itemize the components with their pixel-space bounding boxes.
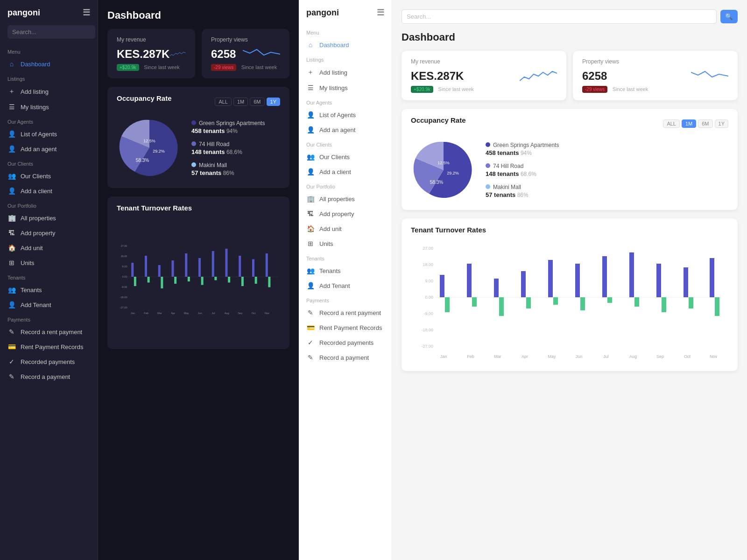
sidebar-item-our-clients[interactable]: 👥 Our Clients [0,168,98,183]
right-legend-item-3: Makini Mall 57 tenants 86% [486,184,559,198]
right-search-button[interactable]: 🔍 [720,10,738,23]
right-bar-neg-oct [689,297,693,308]
right-sidebar-all-properties[interactable]: 🏢 All properties [299,191,392,206]
right-sidebar-recorded[interactable]: ✓ Recorded payments [299,335,392,350]
right-sidebar-add-listing[interactable]: ＋ Add listing [299,64,392,80]
right-filter-1y[interactable]: 1Y [715,119,728,128]
right-record-rent-label: Record a rent payment [319,309,381,316]
sidebar-item-rent-records[interactable]: 💳 Rent Payment Records [0,339,98,354]
sidebar-item-add-agent[interactable]: 👤 Add an agent [0,141,98,156]
sidebar-item-add-property[interactable]: 🏗 Add property [0,225,98,240]
logo-text: pangoni [7,8,40,18]
right-x-jun: Jun [576,354,583,359]
sidebar-item-add-client[interactable]: 👤 Add a client [0,183,98,198]
left-hamburger[interactable]: ☰ [83,7,90,18]
right-recorded-label: Recorded payments [319,339,374,346]
sidebar-item-record-rent[interactable]: ✎ Record a rent payment [0,324,98,339]
sidebar-item-my-listings[interactable]: ☰ My listings [0,99,98,114]
bar-pos-may [185,253,187,277]
sidebar-item-all-properties[interactable]: 🏢 All properties [0,210,98,225]
sidebar-item-add-listing[interactable]: ＋ Add listing [0,84,98,99]
right-x-apr: Apr [521,354,528,359]
sidebar-item-add-unit[interactable]: 🏠 Add unit [0,240,98,255]
pie-label-3: 58.3% [136,158,149,163]
sidebar-item-record-payment[interactable]: ✎ Record a payment [0,369,98,384]
y-label-1: 27.00 [120,245,127,247]
right-filter-1m[interactable]: 1M [682,119,696,128]
right-sidebar-add-client[interactable]: 👤 Add a client [299,164,392,179]
tenants-icon: 👥 [7,286,16,294]
filter-1m[interactable]: 1M [233,98,248,106]
right-bar-pos-may [548,260,553,297]
right-sidebar-rent-records[interactable]: 💳 Rent Payment Records [299,320,392,335]
right-sidebar-our-clients[interactable]: 👥 Our Clients [299,149,392,164]
sidebar-item-tenants[interactable]: 👥 Tenants [0,282,98,297]
right-sidebar-tenants[interactable]: 👥 Tenants [299,263,392,278]
right-bar-pos-apr [521,271,526,297]
turnover-title: Tenant Turnover Rates [117,204,280,212]
right-our-clients-label: Our Clients [319,154,350,161]
left-search-input[interactable] [7,25,95,39]
right-sidebar-units[interactable]: ⊞ Units [299,236,392,251]
legend-name-3: Makini Mall [199,162,227,168]
right-sidebar-add-property[interactable]: 🏗 Add property [299,206,392,221]
x-aug: Aug [225,312,229,315]
add-listing-label: Add listing [21,88,49,95]
right-pie-label-1: 12.5% [437,161,450,165]
left-cards-row: My revenue KES.287K +$20.9k Since last w… [107,29,289,78]
sidebar-item-list-agents[interactable]: 👤 List of Agents [0,126,98,141]
sidebar-item-dashboard[interactable]: ⌂ Dashboard [0,56,98,71]
right-record-rent-icon: ✎ [306,309,315,316]
left-dashboard-title: Dashboard [107,9,289,21]
legend-item-3: Makini Mall 57 tenants 86% [191,162,265,176]
right-filter-all[interactable]: ALL [663,119,680,128]
right-y-3: 9.00 [425,279,433,283]
pv-value: 6258 [211,48,236,61]
filter-all[interactable]: ALL [215,98,232,106]
pie-label-1: 12.5% [143,139,155,143]
right-filter-6m[interactable]: 6M [698,119,712,128]
right-x-nov: Nov [710,354,718,359]
tenants-label: Tenants [21,287,42,294]
right-bar-neg-sep [662,297,666,312]
right-tenants-section-label: Tenants [299,251,392,263]
filter-1y[interactable]: 1Y [267,98,280,106]
right-revenue-card: My revenue KES.287K +$20.9k Since last w… [402,51,566,100]
right-add-unit-icon: 🏠 [306,225,315,232]
sidebar-item-recorded[interactable]: ✓ Recorded payments [0,354,98,369]
filter-6m[interactable]: 6M [250,98,264,106]
left-logo: pangoni ☰ [0,7,98,25]
right-add-listing-icon: ＋ [306,68,315,77]
right-search-bar: 🔍 [402,9,738,24]
right-search-input[interactable] [402,9,717,24]
clients-icon: 👥 [7,172,16,180]
all-properties-icon: 🏢 [7,214,16,222]
right-sidebar-list-agents[interactable]: 👤 List of Agents [299,107,392,122]
bar-neg-apr [174,277,176,284]
payments-section-label: Payments [0,312,98,324]
right-add-agent-icon: 👤 [306,126,315,133]
right-turnover-title: Tenant Turnover Rates [411,226,728,234]
right-sidebar-add-unit[interactable]: 🏠 Add unit [299,221,392,236]
right-sidebar-my-listings[interactable]: ☰ My listings [299,80,392,95]
add-property-icon: 🏗 [7,229,16,237]
right-logo-text: pangoni [306,8,339,18]
right-hamburger[interactable]: ☰ [377,7,384,18]
sidebar-item-add-tenant[interactable]: 👤 Add Tenant [0,297,98,312]
sidebar-item-units[interactable]: ⊞ Units [0,255,98,270]
right-payments-section-label: Payments [299,293,392,305]
right-sidebar-record-rent[interactable]: ✎ Record a rent payment [299,305,392,320]
bar-neg-oct [255,277,257,284]
right-units-label: Units [319,240,333,247]
right-sidebar-item-dashboard[interactable]: ⌂ Dashboard [299,37,392,52]
right-pv-card: Property views 6258 -29 views Since last… [573,51,738,100]
menu-label: Menu [0,44,98,56]
right-sidebar-record-payment[interactable]: ✎ Record a payment [299,350,392,365]
right-sidebar-add-agent[interactable]: 👤 Add an agent [299,122,392,137]
right-add-client-icon: 👤 [306,168,315,175]
right-sidebar-add-tenant[interactable]: 👤 Add Tenant [299,278,392,293]
bar-neg-sep [241,277,244,286]
right-y-1: 27.00 [423,246,433,251]
right-y-2: 18.00 [423,262,433,267]
my-listings-icon: ☰ [7,103,16,111]
